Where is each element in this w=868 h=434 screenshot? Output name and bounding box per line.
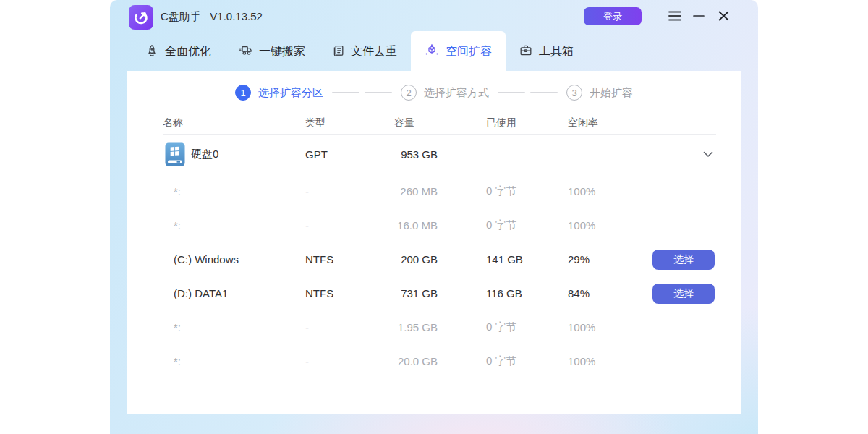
step-indicator: 1 选择扩容分区 2 选择扩容方式 3 开始扩容 bbox=[127, 80, 741, 105]
step-1-label: 选择扩容分区 bbox=[258, 86, 323, 100]
partition-name: *: bbox=[174, 219, 181, 231]
step-connector bbox=[498, 92, 558, 93]
chevron-down-icon[interactable] bbox=[703, 151, 713, 158]
toolbox-icon bbox=[519, 44, 532, 59]
partition-capacity: 1.95 GB bbox=[354, 321, 438, 333]
menu-icon[interactable] bbox=[668, 9, 682, 23]
partition-used: 141 GB bbox=[438, 253, 551, 265]
table-row: *: - 260 MB 0 字节 100% bbox=[163, 174, 716, 208]
moving-truck-icon bbox=[239, 45, 252, 59]
tab-label: 文件去重 bbox=[351, 44, 397, 59]
partition-used: 0 字节 bbox=[438, 320, 551, 334]
partition-capacity: 200 GB bbox=[354, 253, 438, 265]
header-free: 空闲率 bbox=[551, 116, 652, 129]
table-row: (D:) DATA1 NTFS 731 GB 116 GB 84% 选择 bbox=[163, 276, 716, 310]
tab-toolbox[interactable]: 工具箱 bbox=[506, 31, 587, 72]
step-2-label: 选择扩容方式 bbox=[424, 86, 489, 100]
document-dedupe-icon bbox=[333, 44, 344, 60]
partition-name: (D:) DATA1 bbox=[174, 287, 228, 299]
partition-table: 名称 类型 容量 已使用 空闲率 硬盘0 bbox=[163, 111, 716, 378]
tab-bar: 全面优化 一键搬家 文件去重 bbox=[110, 31, 758, 72]
app-window: C盘助手_ V1.0.13.52 登录 bbox=[110, 0, 758, 434]
header-type: 类型 bbox=[305, 116, 354, 129]
partition-type: GPT bbox=[305, 148, 354, 161]
partition-used: 0 字节 bbox=[438, 354, 551, 368]
tab-label: 工具箱 bbox=[539, 44, 574, 59]
step-1-circle: 1 bbox=[235, 85, 251, 101]
step-2: 2 选择扩容方式 bbox=[401, 85, 489, 101]
partition-free: 100% bbox=[551, 321, 652, 333]
step-connector bbox=[332, 92, 392, 93]
tab-file-dedupe[interactable]: 文件去重 bbox=[319, 31, 411, 72]
table-body: 硬盘0 GPT 953 GB bbox=[163, 135, 716, 378]
tab-label: 全面优化 bbox=[165, 44, 211, 59]
step-3: 3 开始扩容 bbox=[566, 85, 633, 101]
partition-name: *: bbox=[174, 321, 181, 333]
table-row: *: - 1.95 GB 0 字节 100% bbox=[163, 310, 716, 344]
header-used: 已使用 bbox=[438, 116, 551, 129]
partition-type: NTFS bbox=[305, 253, 354, 265]
rocket-icon bbox=[145, 44, 158, 60]
partition-type: - bbox=[305, 219, 354, 231]
partition-type: - bbox=[305, 321, 354, 333]
partition-name: 硬盘0 bbox=[191, 148, 218, 161]
partition-type: - bbox=[305, 355, 354, 367]
header-name: 名称 bbox=[163, 116, 305, 129]
close-icon[interactable] bbox=[718, 9, 729, 23]
partition-free: 84% bbox=[551, 287, 652, 299]
partition-used: 0 字节 bbox=[438, 218, 551, 232]
partition-free: 29% bbox=[551, 253, 652, 265]
content-panel: 1 选择扩容分区 2 选择扩容方式 3 开始扩容 名称 类型 容量 已使用 空闲… bbox=[127, 71, 741, 414]
minimize-icon[interactable] bbox=[693, 9, 705, 23]
step-3-label: 开始扩容 bbox=[590, 86, 633, 100]
tab-full-optimization[interactable]: 全面优化 bbox=[132, 31, 225, 72]
select-button[interactable]: 选择 bbox=[652, 284, 715, 304]
title-bar: C盘助手_ V1.0.13.52 登录 bbox=[110, 0, 758, 32]
step-1: 1 选择扩容分区 bbox=[235, 85, 323, 101]
app-title: C盘助手_ V1.0.13.52 bbox=[161, 0, 263, 32]
partition-used: 116 GB bbox=[438, 287, 551, 299]
table-row: 硬盘0 GPT 953 GB bbox=[163, 135, 716, 174]
partition-type: NTFS bbox=[305, 287, 354, 299]
tab-label: 一键搬家 bbox=[259, 44, 305, 59]
table-row: (C:) Windows NTFS 200 GB 141 GB 29% 选择 bbox=[163, 242, 716, 276]
partition-name: (C:) Windows bbox=[174, 253, 239, 265]
windows-disk-icon bbox=[165, 142, 185, 166]
login-button[interactable]: 登录 bbox=[584, 7, 642, 25]
table-row: *: - 16.0 MB 0 字节 100% bbox=[163, 208, 716, 242]
partition-name: *: bbox=[174, 355, 181, 367]
select-button[interactable]: 选择 bbox=[652, 250, 715, 270]
partition-name: *: bbox=[174, 185, 181, 197]
tab-one-click-move[interactable]: 一键搬家 bbox=[225, 31, 319, 72]
partition-capacity: 16.0 MB bbox=[354, 219, 438, 231]
expand-cube-icon bbox=[425, 44, 439, 59]
partition-free: 100% bbox=[551, 219, 652, 231]
partition-free: 100% bbox=[551, 355, 652, 367]
partition-type: - bbox=[305, 185, 354, 197]
step-2-circle: 2 bbox=[401, 85, 417, 101]
header-capacity: 容量 bbox=[354, 116, 438, 129]
app-logo-icon bbox=[129, 5, 153, 30]
table-row: *: - 20.0 GB 0 字节 100% bbox=[163, 344, 716, 378]
partition-capacity: 20.0 GB bbox=[354, 355, 438, 367]
table-header: 名称 类型 容量 已使用 空闲率 bbox=[163, 111, 716, 135]
partition-capacity: 260 MB bbox=[354, 185, 438, 197]
partition-capacity: 731 GB bbox=[354, 287, 438, 299]
partition-used: 0 字节 bbox=[438, 184, 551, 198]
partition-free: 100% bbox=[551, 185, 652, 197]
tab-space-expand[interactable]: 空间扩容 bbox=[411, 31, 506, 72]
partition-capacity: 953 GB bbox=[354, 148, 438, 161]
tab-label: 空间扩容 bbox=[446, 44, 492, 59]
step-3-circle: 3 bbox=[566, 85, 582, 101]
